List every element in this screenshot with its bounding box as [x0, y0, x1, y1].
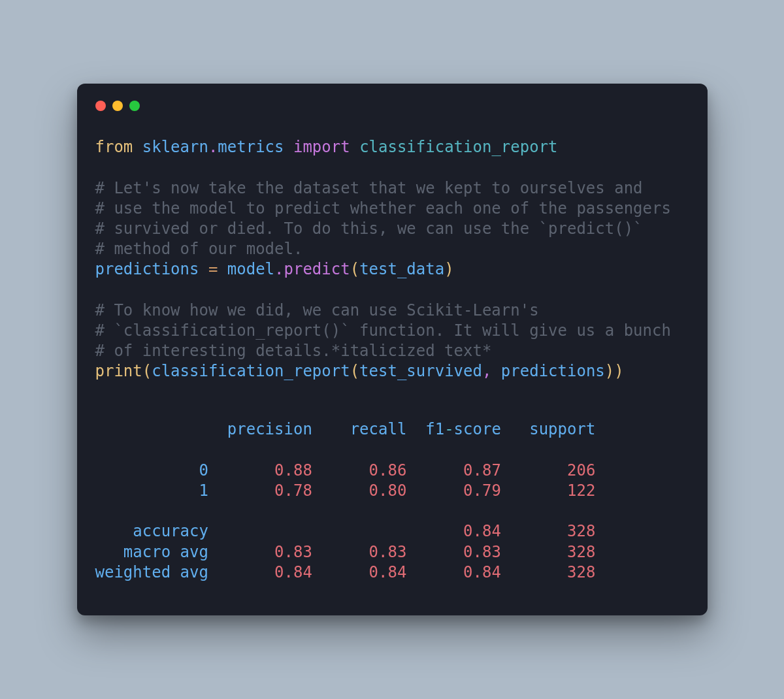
- pad: [208, 563, 274, 581]
- cell: 0.87: [463, 461, 501, 480]
- pad: [501, 481, 567, 500]
- pad: [95, 461, 199, 480]
- pad: [501, 543, 567, 561]
- arg-test-survived: test_survived: [359, 362, 482, 380]
- pad: [95, 543, 123, 561]
- dash: -: [444, 420, 453, 438]
- pad: [501, 461, 567, 480]
- space: [491, 362, 500, 380]
- arg-predictions: predictions: [501, 362, 605, 380]
- fn-classification-report: classification_report: [152, 362, 350, 380]
- fn-predict: predict: [284, 260, 350, 278]
- paren-open: (: [142, 362, 152, 380]
- space: [284, 138, 293, 156]
- pad: [312, 543, 369, 561]
- comment-line: # `classification_report()` function. It…: [95, 321, 671, 340]
- col-f1: f1: [425, 420, 444, 438]
- comment-line: # method of our model.: [95, 240, 303, 258]
- pad: [208, 543, 274, 561]
- row-macro: macro avg: [123, 543, 208, 561]
- close-icon[interactable]: [95, 101, 106, 111]
- paren-close: ): [614, 362, 623, 380]
- pad: [95, 481, 199, 500]
- cell: 328: [567, 563, 595, 581]
- pad: [95, 522, 133, 540]
- var-predictions: predictions: [95, 260, 199, 278]
- code-window: from sklearn.metrics import classificati…: [77, 84, 708, 615]
- cell: 0.84: [274, 563, 312, 581]
- pad: [501, 522, 567, 540]
- pad: [406, 563, 463, 581]
- cell: 0.83: [274, 543, 312, 561]
- comment-line: # To know how we did, we can use Scikit-…: [95, 301, 539, 319]
- dot: .: [208, 138, 218, 156]
- cell: 0.86: [369, 461, 407, 480]
- keyword-import: import: [293, 138, 350, 156]
- col-precision: precision: [227, 420, 312, 438]
- cell: 0.84: [463, 563, 501, 581]
- paren-open: (: [350, 362, 359, 380]
- paren-open: (: [350, 260, 359, 278]
- module-sklearn: sklearn: [142, 138, 208, 156]
- cell: 0.78: [274, 481, 312, 500]
- col-f1: score: [454, 420, 501, 438]
- module-metrics: metrics: [218, 138, 284, 156]
- comment-line: # Let's now take the dataset that we kep…: [95, 179, 643, 197]
- arg-test-data: test_data: [359, 260, 444, 278]
- pad: [406, 481, 463, 500]
- comment-line: # use the model to predict whether each …: [95, 199, 671, 218]
- pad: [208, 461, 274, 480]
- ident-classification-report: classification_report: [359, 138, 557, 156]
- row-weighted: weighted avg: [95, 563, 208, 581]
- col-support: support: [529, 420, 595, 438]
- cell: 0.84: [463, 522, 501, 540]
- cell: 0.79: [463, 481, 501, 500]
- row-accuracy: accuracy: [133, 522, 208, 540]
- traffic-lights: [95, 101, 689, 111]
- pad: [406, 420, 425, 438]
- cell: 0.83: [369, 543, 407, 561]
- space: [199, 260, 208, 278]
- comment-line: # of interesting details.*italicized tex…: [95, 342, 492, 360]
- pad: [312, 563, 369, 581]
- pad: [95, 420, 227, 438]
- comment-line: # survived or died. To do this, we can u…: [95, 219, 643, 238]
- cell: 0.84: [369, 563, 407, 581]
- paren-close: ): [605, 362, 614, 380]
- paren-close: ): [444, 260, 453, 278]
- cell: 206: [567, 461, 595, 480]
- minimize-icon[interactable]: [112, 101, 123, 111]
- pad: [501, 563, 567, 581]
- row-label-0: 0: [199, 461, 208, 480]
- dot: .: [274, 260, 284, 278]
- pad: [208, 522, 463, 540]
- col-recall: recall: [350, 420, 407, 438]
- pad: [406, 461, 463, 480]
- op-equals: =: [208, 260, 218, 278]
- cell: 328: [567, 543, 595, 561]
- row-label-1: 1: [199, 481, 208, 500]
- pad: [501, 420, 529, 438]
- var-model: model: [227, 260, 274, 278]
- fn-print: print: [95, 362, 142, 380]
- cell: 122: [567, 481, 595, 500]
- cell: 0.88: [274, 461, 312, 480]
- code-block: from sklearn.metrics import classificati…: [95, 137, 689, 382]
- keyword-from: from: [95, 138, 133, 156]
- pad: [208, 481, 274, 500]
- maximize-icon[interactable]: [129, 101, 140, 111]
- cell: 328: [567, 522, 595, 540]
- cell: 0.80: [369, 481, 407, 500]
- pad: [312, 420, 350, 438]
- comma: ,: [482, 362, 491, 380]
- cell: 0.83: [463, 543, 501, 561]
- space: [218, 260, 227, 278]
- pad: [312, 461, 369, 480]
- space: [133, 138, 142, 156]
- pad: [406, 543, 463, 561]
- classification-report-output: precision recall f1-score support 0 0.88…: [95, 419, 689, 583]
- space: [350, 138, 359, 156]
- pad: [312, 481, 369, 500]
